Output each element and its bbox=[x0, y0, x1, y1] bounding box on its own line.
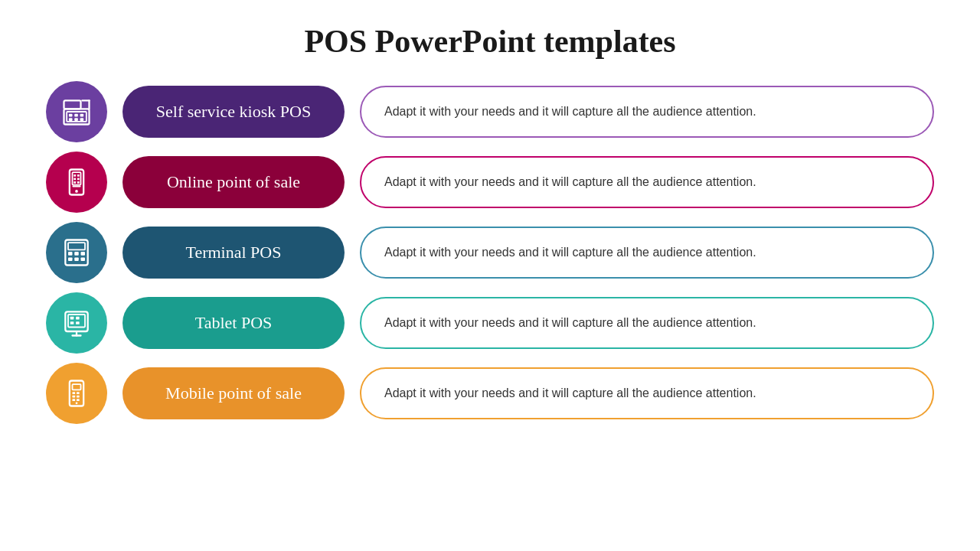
desc-text-2: Adapt it with your needs and it will cap… bbox=[384, 175, 756, 189]
page-title: POS PowerPoint templates bbox=[304, 23, 675, 60]
svg-rect-8 bbox=[69, 118, 73, 121]
desc-pill-4: Adapt it with your needs and it will cap… bbox=[360, 297, 934, 349]
label-text-1: Self service kiosk POS bbox=[156, 102, 311, 122]
desc-pill-5: Adapt it with your needs and it will cap… bbox=[360, 367, 934, 419]
icon-circle-2 bbox=[46, 152, 107, 213]
rows-container: Self service kiosk POS Adapt it with you… bbox=[46, 81, 934, 424]
svg-rect-42 bbox=[73, 396, 76, 398]
row-mobile-pos: Mobile point of sale Adapt it with your … bbox=[46, 363, 934, 424]
svg-rect-38 bbox=[73, 384, 81, 390]
svg-rect-40 bbox=[77, 392, 80, 394]
svg-point-46 bbox=[76, 402, 78, 404]
desc-pill-2: Adapt it with your needs and it will cap… bbox=[360, 156, 934, 208]
svg-rect-5 bbox=[69, 114, 73, 117]
label-pill-4: Tablet POS bbox=[122, 297, 345, 349]
svg-rect-10 bbox=[80, 118, 84, 121]
svg-rect-12 bbox=[73, 172, 81, 185]
row-self-service-kiosk: Self service kiosk POS Adapt it with you… bbox=[46, 81, 934, 142]
icon-circle-5 bbox=[46, 363, 107, 424]
label-pill-1: Self service kiosk POS bbox=[122, 86, 345, 138]
mobile-calculator-icon bbox=[60, 377, 93, 410]
svg-rect-24 bbox=[74, 252, 79, 256]
label-text-3: Terminal POS bbox=[186, 243, 282, 262]
cash-register-icon bbox=[60, 95, 93, 129]
svg-rect-44 bbox=[73, 399, 76, 401]
tablet-pos-icon bbox=[60, 306, 93, 340]
icon-circle-3 bbox=[46, 222, 107, 283]
desc-text-5: Adapt it with your needs and it will cap… bbox=[384, 386, 756, 400]
row-terminal-pos: Terminal POS Adapt it with your needs an… bbox=[46, 222, 934, 283]
svg-rect-39 bbox=[73, 392, 76, 394]
desc-pill-3: Adapt it with your needs and it will cap… bbox=[360, 227, 934, 279]
svg-rect-35 bbox=[70, 321, 74, 324]
svg-rect-6 bbox=[74, 114, 78, 117]
label-text-4: Tablet POS bbox=[195, 313, 273, 333]
svg-rect-13 bbox=[74, 174, 76, 177]
label-pill-2: Online point of sale bbox=[122, 156, 345, 208]
row-online-pos: Online point of sale Adapt it with your … bbox=[46, 152, 934, 213]
svg-rect-15 bbox=[74, 178, 76, 181]
label-pill-5: Mobile point of sale bbox=[122, 367, 345, 419]
svg-point-19 bbox=[75, 190, 78, 193]
svg-rect-18 bbox=[77, 181, 80, 184]
svg-rect-14 bbox=[77, 174, 80, 177]
svg-rect-9 bbox=[74, 118, 78, 121]
label-text-2: Online point of sale bbox=[167, 172, 300, 192]
desc-text-4: Adapt it with your needs and it will cap… bbox=[384, 316, 756, 330]
page: POS PowerPoint templates bbox=[0, 0, 980, 551]
svg-rect-7 bbox=[80, 114, 84, 117]
svg-rect-33 bbox=[70, 317, 74, 320]
svg-rect-25 bbox=[81, 252, 86, 256]
mobile-pos-icon bbox=[60, 165, 93, 199]
row-tablet-pos: Tablet POS Adapt it with your needs and … bbox=[46, 292, 934, 354]
svg-rect-30 bbox=[68, 315, 85, 328]
desc-text-1: Adapt it with your needs and it will cap… bbox=[384, 105, 756, 119]
svg-rect-27 bbox=[74, 257, 79, 261]
svg-rect-36 bbox=[76, 321, 80, 324]
label-text-5: Mobile point of sale bbox=[165, 383, 302, 403]
svg-rect-22 bbox=[68, 243, 85, 249]
svg-rect-26 bbox=[68, 257, 73, 261]
svg-rect-43 bbox=[77, 396, 80, 398]
label-pill-3: Terminal POS bbox=[122, 227, 345, 279]
svg-rect-45 bbox=[77, 399, 80, 401]
svg-rect-16 bbox=[77, 178, 80, 181]
svg-rect-23 bbox=[68, 252, 73, 256]
icon-circle-1 bbox=[46, 81, 107, 142]
svg-rect-2 bbox=[64, 100, 81, 109]
svg-rect-34 bbox=[76, 317, 80, 320]
desc-pill-1: Adapt it with your needs and it will cap… bbox=[360, 86, 934, 138]
desc-text-3: Adapt it with your needs and it will cap… bbox=[384, 246, 756, 259]
icon-circle-4 bbox=[46, 292, 107, 354]
svg-rect-17 bbox=[74, 181, 76, 184]
calculator-pos-icon bbox=[60, 236, 93, 269]
svg-rect-28 bbox=[81, 257, 86, 261]
